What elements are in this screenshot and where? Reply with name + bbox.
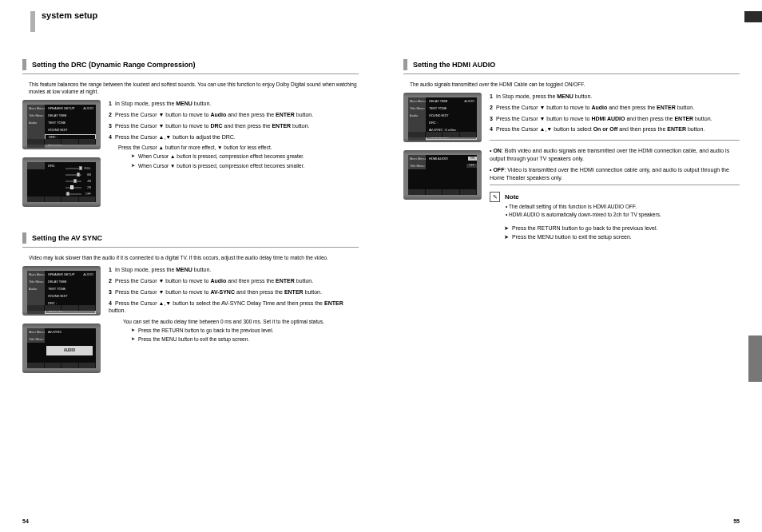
step: 2Press the Cursor ▼ button to move to Au… <box>109 277 359 285</box>
side-tab <box>748 335 762 382</box>
note-title: Note <box>505 193 519 201</box>
bullet: ➤When Cursor ▼ button is pressed, compre… <box>131 162 359 169</box>
osd-item: AV-SYNC <box>45 330 96 335</box>
page-number-left: 54 <box>22 518 29 526</box>
step: 3Press the Cursor ▼ button to move to HD… <box>490 115 740 123</box>
screenshot-avsync-panel: Main MenuAV-SYNC Title Menu AUDIO <box>22 324 101 373</box>
osd-title: AUDIO <box>83 106 93 111</box>
section-drc-intro: This feature balances the range between … <box>29 81 359 95</box>
osd-title: AUDIO <box>464 99 474 104</box>
bullet: ➤Press the MENU button to exit the setup… <box>504 233 740 241</box>
section-hdmi-title: Setting the HDMI AUDIO <box>413 60 495 70</box>
osd-menu: Audio <box>408 112 426 119</box>
sub-note: You can set the audio delay time between… <box>123 318 359 325</box>
osd-menu: Main Menu <box>27 271 45 278</box>
slider-val: 4/8 <box>83 180 91 184</box>
chapter-bar <box>30 11 35 32</box>
hdmi-block: AUDIO Main MenuDELAY TIME Title MenuTEST… <box>403 93 740 243</box>
bullet: ➤Press the RETURN button to go back to t… <box>131 327 359 334</box>
osd-menu <box>27 162 45 169</box>
screenshot-hdmi-panel: Main MenuHDMI AUDIOON Title MenuOFF <box>403 150 482 200</box>
step-note: Press the Cursor ▲ button for more effec… <box>118 144 359 151</box>
note-header: ✎ Note <box>490 192 740 202</box>
osd-option: OFF <box>466 164 477 168</box>
step: 2Press the Cursor ▼ button to move to Au… <box>490 104 740 112</box>
divider <box>490 140 740 141</box>
option-on: • ON: Both video and audio signals are t… <box>490 147 740 163</box>
page-number-right: 55 <box>733 518 740 526</box>
divider <box>403 73 740 74</box>
option-off: • OFF: Video is transmitted over the HDM… <box>490 166 740 182</box>
section-hdmi-intro: The audio signals transmitted over the H… <box>410 81 740 88</box>
step: 2Press the Cursor ▼ button to move to Au… <box>109 111 359 119</box>
osd-item: SOUND EDIT <box>426 113 477 118</box>
step: 3Press the Cursor ▼ button to move to DR… <box>109 122 359 130</box>
osd-menu: Title Menu <box>27 278 45 285</box>
osd-item: DELAY TIME <box>45 113 96 118</box>
osd-item: DRC : <box>426 121 477 125</box>
divider <box>490 185 740 185</box>
page-right: Setting the HDMI AUDIO The audio signals… <box>381 0 762 532</box>
note-item: • HDMI AUDIO is automatically down-mixed… <box>506 211 740 218</box>
divider <box>22 73 359 74</box>
osd-title: AUDIO <box>83 272 93 277</box>
slider-val: 8/8 <box>83 173 91 177</box>
step: 4Press the Cursor ▲,▼ button to adjust t… <box>109 133 359 141</box>
avsync-block: AUDIO Main MenuSPEAKER SETUP Title MenuD… <box>22 266 359 373</box>
osd-item: TEST TONE <box>45 121 96 125</box>
drc-block: AUDIO Main MenuSPEAKER SETUP Title MenuD… <box>22 100 359 207</box>
note-item: • The default setting of this function i… <box>506 203 740 210</box>
slider-val: FULL <box>83 167 91 171</box>
osd-item: SOUND EDIT <box>45 294 96 299</box>
section-avsync-header: Setting the AV SYNC <box>22 232 359 244</box>
page-left: system setup Setting the DRC (Dynamic Ra… <box>0 0 381 532</box>
slider-val: OFF <box>83 193 91 197</box>
screenshot-drc-slider: DRC FULL 8/8 4/8 2/8 OFF <box>22 157 101 207</box>
osd-menu: Audio <box>27 119 45 126</box>
section-avsync-title: Setting the AV SYNC <box>32 233 102 244</box>
section-avsync-intro: Video may look slower than the audio if … <box>29 254 359 261</box>
osd-menu: Title Menu <box>408 162 426 169</box>
osd-menu: Audio <box>27 285 45 292</box>
step: 1In Stop mode, press the MENU button. <box>490 93 740 101</box>
slider-track <box>65 168 81 169</box>
bullet: ➤Press the RETURN button to go back to t… <box>504 224 740 232</box>
osd-menu: Title Menu <box>27 335 45 343</box>
section-drc-header: Setting the DRC (Dynamic Range Compressi… <box>22 59 359 70</box>
step: 3Press the Cursor ▼ button to move to AV… <box>109 288 359 296</box>
step: 1In Stop mode, press the MENU button. <box>109 266 359 274</box>
osd-menu: Main Menu <box>27 105 45 112</box>
caret-icon: ➤ <box>131 335 135 343</box>
osd-item: SOUND EDIT <box>45 128 96 133</box>
section-hdmi-header: Setting the HDMI AUDIO <box>403 59 740 70</box>
bullet: ➤Press the MENU button to exit the setup… <box>131 335 359 343</box>
screenshot-drc-menu: AUDIO Main MenuSPEAKER SETUP Title MenuD… <box>22 100 101 149</box>
section-bar <box>403 59 407 70</box>
divider <box>22 247 359 248</box>
osd-option: ON <box>468 157 477 161</box>
bullet: ➤When Cursor ▲ button is pressed, compre… <box>131 153 359 160</box>
tab-marker <box>744 11 762 22</box>
osd-menu: Title Menu <box>408 105 426 112</box>
caret-icon: ➤ <box>504 224 509 232</box>
step: 4Press the Cursor ▲,▼ button to select O… <box>490 125 740 133</box>
osd-item: DELAY TIME <box>45 280 96 284</box>
osd-item: TEST TONE <box>45 287 96 292</box>
osd-menu: Main Menu <box>408 97 426 105</box>
step: 4Press the Cursor ▲,▼ button to select t… <box>109 300 359 316</box>
osd-menu: Title Menu <box>27 112 45 119</box>
step: 1In Stop mode, press the MENU button. <box>109 100 359 108</box>
osd-highlight: AUDIO <box>46 346 93 355</box>
note-icon: ✎ <box>490 192 500 202</box>
section-bar <box>22 232 26 244</box>
osd-menu: Main Menu <box>27 328 45 335</box>
slider-val: 2/8 <box>83 186 91 190</box>
caret-icon: ➤ <box>131 153 135 160</box>
chapter-title: system setup <box>42 10 97 22</box>
section-drc-title: Setting the DRC (Dynamic Range Compressi… <box>32 60 196 70</box>
caret-icon: ➤ <box>131 327 135 334</box>
osd-menu: Main Menu <box>408 155 426 162</box>
screenshot-hdmi-menu: AUDIO Main MenuDELAY TIME Title MenuTEST… <box>403 93 482 142</box>
osd-item: TEST TONE <box>426 106 477 111</box>
caret-icon: ➤ <box>131 162 135 169</box>
